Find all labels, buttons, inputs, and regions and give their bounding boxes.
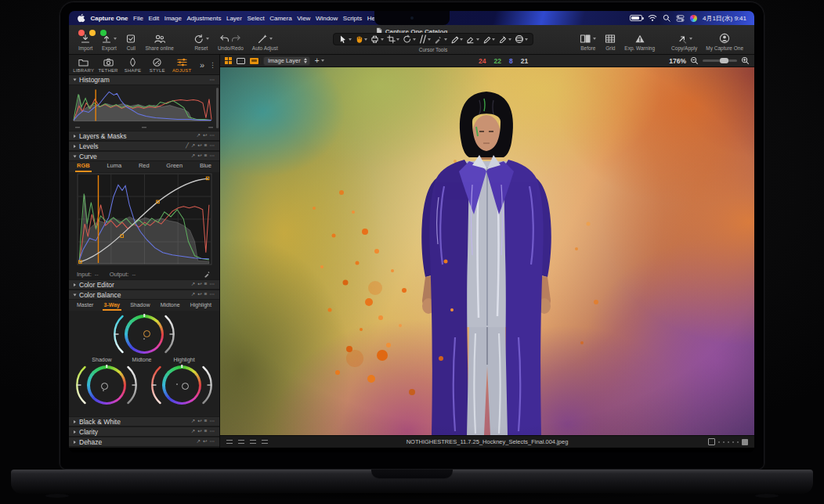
shadow-wheel-handle[interactable] (101, 383, 108, 390)
more-icon[interactable]: ⋯ (210, 439, 215, 445)
reset-icon[interactable]: ↩ (197, 153, 201, 159)
curve-tab-red[interactable]: Red (137, 162, 151, 172)
more-icon[interactable]: ⋯ (210, 419, 215, 424)
cb-tab-highlight[interactable]: Highlight (189, 302, 213, 311)
rotate-tool[interactable] (403, 34, 416, 44)
more-icon[interactable]: ⋯ (210, 292, 215, 297)
panel-header-levels[interactable]: Levels ╱↗↩≡⋯ (69, 141, 219, 151)
photo-canvas[interactable] (220, 67, 754, 435)
cb-tab-master[interactable]: Master (75, 302, 95, 311)
reset-icon[interactable]: ↩ (197, 143, 201, 149)
menu-bar-clock[interactable]: 4月1日(水) 9:41 (703, 14, 746, 23)
layer-select[interactable]: Image Layer (263, 56, 310, 66)
copy-adjustments-icon[interactable]: ↗ (191, 153, 195, 159)
menu-item-app[interactable]: Capture One (91, 15, 128, 22)
zoom-slider-handle[interactable] (720, 58, 728, 63)
highlight-color-wheel[interactable] (162, 365, 201, 405)
more-icon[interactable]: ⋯ (210, 153, 215, 159)
sidebar-scrollbar[interactable] (216, 88, 219, 128)
highlight-wheel-handle[interactable] (182, 383, 189, 390)
curve-editor[interactable] (69, 172, 219, 269)
menu-item-select[interactable]: Select (247, 15, 264, 22)
layer-select-stepper[interactable] (304, 58, 307, 63)
copy-adjustments-icon[interactable]: ↗ (191, 419, 195, 424)
menu-item-camera[interactable]: Camera (269, 15, 291, 22)
my-capture-one-button[interactable]: My Capture One (706, 33, 743, 51)
undo-redo-buttons[interactable]: Undo/Redo (218, 33, 244, 51)
single-view-icon[interactable] (237, 58, 245, 64)
before-button[interactable]: Before (580, 33, 596, 51)
copy-adjustments-icon[interactable]: ↗ (191, 292, 195, 297)
panel-header-color-editor[interactable]: Color Editor ↗↩≡⋯ (69, 279, 219, 290)
reset-icon[interactable]: ↩ (197, 282, 201, 287)
tabs-menu-button[interactable]: ⋮ (209, 61, 216, 69)
tab-shape[interactable]: SHAPE (121, 57, 144, 73)
search-icon[interactable] (663, 14, 670, 22)
crop-tool[interactable] (387, 34, 400, 44)
presets-icon[interactable]: ≡ (204, 429, 208, 434)
grid-button[interactable]: Grid (605, 33, 616, 51)
picker-icon[interactable]: ╱ (186, 143, 189, 149)
more-icon[interactable]: ⋯ (210, 143, 215, 149)
tab-style[interactable]: STYLE (146, 57, 168, 73)
share-online-button[interactable]: Share online (145, 33, 174, 51)
panel-header-curve[interactable]: Curve ↗↩≡⋯ (69, 151, 219, 161)
panel-header-vignetting[interactable]: Vignetting ↗↩≡⋯ (69, 447, 219, 448)
tabs-overflow-button[interactable]: » (200, 61, 204, 69)
cull-button[interactable]: Cull (125, 33, 136, 51)
cb-tab-midtone[interactable]: Midtone (159, 302, 182, 311)
zoom-in-icon[interactable] (741, 56, 750, 65)
multi-view-icon[interactable] (225, 57, 232, 64)
sphere-tool[interactable] (515, 34, 529, 44)
presets-icon[interactable]: ≡ (204, 419, 208, 424)
proof-view-icon[interactable] (250, 58, 258, 64)
panel-header-clarity[interactable]: Clarity ↗↩≡⋯ (69, 427, 219, 437)
copy-adjustments-icon[interactable]: ↗ (197, 439, 201, 445)
straighten-tool[interactable] (419, 34, 432, 44)
reset-icon[interactable]: ↩ (197, 419, 201, 424)
menu-item-layer[interactable]: Layer (226, 15, 242, 22)
curve-tab-luma[interactable]: Luma (105, 162, 123, 172)
color-picker-tool[interactable] (434, 34, 447, 44)
curve-tab-blue[interactable]: Blue (198, 162, 213, 172)
copy-adjustments-icon[interactable]: ↗ (197, 133, 201, 139)
proof-tool[interactable] (370, 34, 384, 44)
menu-item-window[interactable]: Window (316, 15, 338, 22)
shadow-color-wheel[interactable] (87, 365, 126, 405)
heal-tool[interactable] (482, 34, 496, 44)
highlight-saturation-arc[interactable] (151, 363, 161, 407)
presets-icon[interactable]: ≡ (204, 282, 208, 287)
draw-mask-tool[interactable] (450, 34, 464, 44)
midtone-saturation-arc[interactable] (114, 312, 124, 356)
panel-header-histogram[interactable]: Histogram ⋯ (69, 75, 219, 85)
tab-tether[interactable]: TETHER (96, 57, 119, 73)
menu-item-file[interactable]: File (133, 15, 143, 22)
tab-adjust-active[interactable]: ADJUST (171, 57, 193, 73)
curve-picker-button[interactable] (204, 269, 211, 279)
highlight-luma-arc[interactable] (202, 363, 212, 407)
more-icon[interactable]: ⋯ (210, 77, 215, 83)
reset-icon[interactable]: ↩ (197, 429, 201, 434)
control-center-icon[interactable] (676, 15, 685, 22)
panel-header-layers-masks[interactable]: Layers & Masks ↗↩⋯ (69, 131, 219, 141)
reset-icon[interactable]: ↩ (203, 133, 207, 139)
copy-adjustments-icon[interactable]: ↗ (191, 143, 195, 149)
exposure-warning-button[interactable]: Exp. Warning (624, 33, 655, 51)
zoom-out-icon[interactable] (690, 56, 699, 65)
reset-button[interactable]: Reset (193, 33, 209, 51)
menu-item-edit[interactable]: Edit (148, 15, 159, 22)
cb-tab-3way[interactable]: 3-Way (103, 302, 121, 311)
apple-icon[interactable] (77, 13, 85, 23)
clone-tool[interactable] (498, 34, 511, 44)
more-icon[interactable]: ⋯ (210, 429, 215, 434)
menu-item-view[interactable]: View (297, 15, 310, 22)
select-tool[interactable] (338, 34, 352, 44)
export-button[interactable]: Export (101, 33, 117, 51)
more-icon[interactable]: ⋯ (210, 282, 215, 287)
presets-icon[interactable]: ≡ (204, 153, 208, 159)
menu-item-image[interactable]: Image (164, 15, 182, 22)
reset-icon[interactable]: ↩ (203, 439, 207, 445)
copy-adjustments-icon[interactable]: ↗ (191, 429, 195, 434)
midtone-wheel-handle[interactable] (143, 330, 150, 337)
copy-adjustments-icon[interactable]: ↗ (191, 282, 195, 287)
